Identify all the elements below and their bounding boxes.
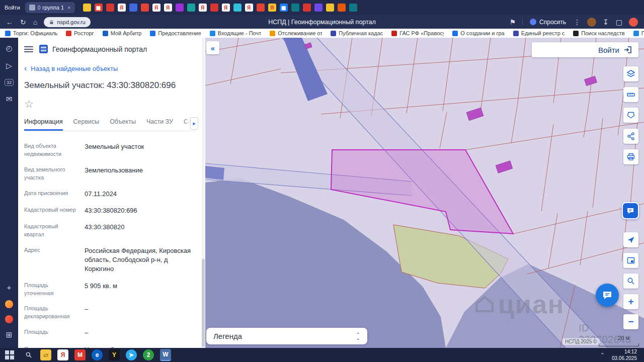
tray-expand-icon[interactable]: ⌃ <box>600 352 605 358</box>
tab-information[interactable]: Информация <box>24 118 63 131</box>
area-measure-button[interactable] <box>623 108 638 123</box>
bookmark[interactable]: Торги: Официаль <box>5 30 57 36</box>
pinned-tab[interactable] <box>141 4 149 12</box>
bookmark[interactable]: О создании и гра <box>452 30 504 36</box>
share-button[interactable] <box>623 129 638 144</box>
add-panel-icon[interactable]: + <box>7 283 12 292</box>
pinned-tab[interactable]: Я <box>164 4 172 12</box>
browser-tab[interactable]: 0 группа 1 × <box>25 2 75 13</box>
pinned-tab[interactable] <box>83 4 91 12</box>
downloads-icon[interactable]: ↧ <box>603 18 609 26</box>
tab-parts[interactable]: Части ЗУ <box>146 118 173 131</box>
login-icon[interactable] <box>623 45 632 54</box>
map-canvas[interactable] <box>205 38 644 348</box>
bookmark[interactable]: ГАС РФ «Правосу <box>391 30 444 36</box>
pinned-tab[interactable] <box>326 4 334 12</box>
back-to-results-link[interactable]: ‹ Назад в найденные объекты <box>24 64 196 72</box>
bookmark[interactable]: Единый реестр с <box>513 30 565 36</box>
counter-badge[interactable]: 32 <box>5 79 14 86</box>
bookmark-flag-icon[interactable]: ⚑ <box>510 18 516 26</box>
panel-tabs: Информация Сервисы Объекты Части ЗУ Сост… <box>24 118 196 131</box>
start-button[interactable] <box>5 350 14 359</box>
feedback-tool-button[interactable] <box>622 202 639 219</box>
taskbar-app-2gis[interactable]: 2 <box>143 349 154 360</box>
profile-avatar[interactable] <box>629 18 638 27</box>
pinned-tab[interactable]: Я <box>152 4 160 12</box>
pinned-tab[interactable] <box>303 4 311 12</box>
pinned-tab[interactable]: Я <box>268 4 276 12</box>
video-icon[interactable]: ▷ <box>6 61 12 70</box>
collapse-panel-button[interactable]: « <box>206 41 219 54</box>
zoom-in-button[interactable]: + <box>623 294 638 309</box>
browser-signin-button[interactable]: Войти <box>5 5 20 11</box>
home-icon[interactable]: ⌂ <box>33 18 37 26</box>
pinned-tab[interactable]: ▦ <box>95 4 103 12</box>
back-icon[interactable]: ← <box>6 18 13 26</box>
taskbar-app-telegram[interactable]: ➤ <box>126 349 137 360</box>
pinned-tab[interactable] <box>314 4 323 12</box>
taskbar-app-yandex-browser[interactable]: Я <box>57 349 68 360</box>
pinned-tab[interactable] <box>338 4 346 12</box>
tab-services[interactable]: Сервисы <box>73 118 100 131</box>
taskbar-clock[interactable]: 14:12 03.06.2025 <box>612 348 637 361</box>
pinned-tab[interactable] <box>291 4 299 12</box>
taskbar-app-folder[interactable]: ▱ <box>40 349 51 360</box>
pinned-tab[interactable] <box>210 4 218 12</box>
panel-scrollbar[interactable] <box>202 38 205 348</box>
bookmark[interactable]: Предоставление <box>150 30 201 36</box>
pinned-tab[interactable] <box>349 4 357 12</box>
taskbar-app-word-active[interactable]: W <box>160 349 171 361</box>
reload-icon[interactable]: ↻ <box>20 18 26 26</box>
services-icon[interactable] <box>5 315 13 323</box>
pinned-tab[interactable] <box>129 4 137 12</box>
ruler-button[interactable] <box>623 87 638 102</box>
pinned-tab[interactable]: Я <box>222 4 230 12</box>
taskbar-app-yandex-music[interactable]: Y <box>109 349 120 360</box>
portal-title: Геоинформационный портал <box>52 45 147 53</box>
pinned-tab[interactable] <box>176 4 184 12</box>
messenger-icon[interactable]: ✉ <box>6 95 13 104</box>
print-button[interactable] <box>623 149 638 164</box>
layers-button[interactable] <box>623 66 638 81</box>
map-login-bar: Войти <box>532 42 638 57</box>
bookmark[interactable]: Отслеживание от <box>270 30 322 36</box>
bookmark[interactable]: Входящие - Почт <box>210 30 261 36</box>
bookmark[interactable]: Поиск индекса — <box>633 30 644 36</box>
legend-dropdown[interactable]: Легенда ⌃⌄ <box>206 328 367 344</box>
tab-objects[interactable]: Объекты <box>110 118 136 131</box>
login-button[interactable]: Войти <box>598 46 619 54</box>
extension-monkey-icon[interactable] <box>587 18 596 27</box>
scrollbar-thumb[interactable] <box>202 259 205 347</box>
pinned-tab[interactable]: Я <box>118 4 126 12</box>
search-on-map-button[interactable] <box>623 274 638 289</box>
alice-icon[interactable] <box>5 300 13 308</box>
taskbar-search-icon[interactable] <box>23 349 34 360</box>
bookmark[interactable]: Поиск наследств <box>573 30 624 36</box>
zoom-out-button[interactable]: − <box>623 314 638 329</box>
more-menu-icon[interactable]: ⋮ <box>574 18 581 26</box>
overview-map-button[interactable] <box>623 253 638 268</box>
tabs-scroll-right-button[interactable]: ▸ <box>190 117 198 130</box>
pinned-tab[interactable]: Я <box>245 4 253 12</box>
pinned-tab[interactable] <box>106 4 114 12</box>
pinned-tab[interactable] <box>187 4 195 12</box>
pinned-tab[interactable] <box>233 4 242 12</box>
pinned-tab[interactable]: ▣ <box>280 4 288 12</box>
chat-assistant-button[interactable] <box>596 284 619 307</box>
pinned-tab[interactable]: Я <box>199 4 207 12</box>
ask-ai-button[interactable]: Спросить <box>530 19 566 26</box>
history-icon[interactable]: ◴ <box>6 44 12 53</box>
address-bar[interactable]: nspd.gov.ru <box>44 17 91 27</box>
tab-close-icon[interactable]: × <box>67 5 70 11</box>
panels-icon[interactable]: ▢ <box>616 18 622 26</box>
pinned-tab[interactable] <box>257 4 265 12</box>
apps-grid-icon[interactable]: ⊞ <box>6 330 13 339</box>
locate-button[interactable] <box>623 232 638 247</box>
favorite-star-icon[interactable]: ☆ <box>24 98 35 110</box>
taskbar-app-mail[interactable]: M <box>74 349 86 360</box>
bookmark[interactable]: Росторг <box>66 30 94 36</box>
taskbar-app-edge[interactable]: e <box>92 349 103 360</box>
bookmark[interactable]: Мой Арбитр <box>103 30 142 36</box>
menu-icon[interactable] <box>24 46 33 52</box>
bookmark[interactable]: Публичная кадас <box>331 30 383 36</box>
